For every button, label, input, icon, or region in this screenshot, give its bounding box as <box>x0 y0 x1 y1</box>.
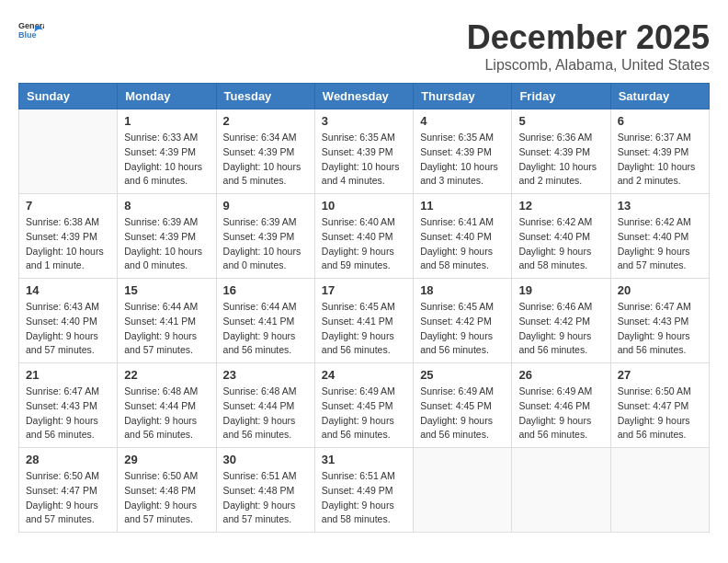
day-cell: 6Sunrise: 6:37 AMSunset: 4:39 PMDaylight… <box>610 109 709 194</box>
day-number: 15 <box>124 283 209 297</box>
day-cell: 3Sunrise: 6:35 AMSunset: 4:39 PMDaylight… <box>314 109 413 194</box>
day-info: Sunrise: 6:39 AMSunset: 4:39 PMDaylight:… <box>223 215 308 273</box>
day-cell: 31Sunrise: 6:51 AMSunset: 4:49 PMDayligh… <box>314 448 413 533</box>
day-info: Sunrise: 6:42 AMSunset: 4:40 PMDaylight:… <box>518 215 603 273</box>
weekday-header-friday: Friday <box>512 84 610 109</box>
day-cell <box>19 109 118 194</box>
day-cell: 19Sunrise: 6:46 AMSunset: 4:42 PMDayligh… <box>512 279 610 363</box>
day-cell: 12Sunrise: 6:42 AMSunset: 4:40 PMDayligh… <box>512 194 610 279</box>
day-number: 18 <box>420 283 505 297</box>
day-number: 3 <box>322 114 406 128</box>
day-info: Sunrise: 6:48 AMSunset: 4:44 PMDaylight:… <box>124 385 209 442</box>
day-info: Sunrise: 6:40 AMSunset: 4:40 PMDaylight:… <box>322 215 406 273</box>
day-info: Sunrise: 6:49 AMSunset: 4:45 PMDaylight:… <box>322 385 406 442</box>
day-number: 7 <box>26 199 110 213</box>
day-info: Sunrise: 6:47 AMSunset: 4:43 PMDaylight:… <box>618 300 702 358</box>
day-info: Sunrise: 6:41 AMSunset: 4:40 PMDaylight:… <box>420 215 505 273</box>
day-cell: 5Sunrise: 6:36 AMSunset: 4:39 PMDaylight… <box>512 109 610 194</box>
day-info: Sunrise: 6:44 AMSunset: 4:41 PMDaylight:… <box>223 300 308 358</box>
day-info: Sunrise: 6:44 AMSunset: 4:41 PMDaylight:… <box>124 300 209 358</box>
day-cell: 18Sunrise: 6:45 AMSunset: 4:42 PMDayligh… <box>414 279 512 363</box>
day-number: 14 <box>26 283 110 297</box>
day-cell: 25Sunrise: 6:49 AMSunset: 4:45 PMDayligh… <box>414 363 512 448</box>
weekday-header-saturday: Saturday <box>610 84 709 109</box>
day-cell <box>414 448 512 533</box>
day-info: Sunrise: 6:43 AMSunset: 4:40 PMDaylight:… <box>26 300 110 358</box>
day-info: Sunrise: 6:51 AMSunset: 4:48 PMDaylight:… <box>223 469 308 527</box>
calendar-table: SundayMondayTuesdayWednesdayThursdayFrid… <box>18 83 710 533</box>
day-info: Sunrise: 6:50 AMSunset: 4:48 PMDaylight:… <box>124 469 209 527</box>
day-cell: 1Sunrise: 6:33 AMSunset: 4:39 PMDaylight… <box>118 109 216 194</box>
week-row-4: 21Sunrise: 6:47 AMSunset: 4:43 PMDayligh… <box>19 363 710 448</box>
day-cell: 14Sunrise: 6:43 AMSunset: 4:40 PMDayligh… <box>19 279 118 363</box>
day-cell <box>610 448 709 533</box>
day-cell: 10Sunrise: 6:40 AMSunset: 4:40 PMDayligh… <box>314 194 413 279</box>
weekday-header-wednesday: Wednesday <box>314 84 413 109</box>
day-cell: 28Sunrise: 6:50 AMSunset: 4:47 PMDayligh… <box>19 448 118 533</box>
day-info: Sunrise: 6:45 AMSunset: 4:42 PMDaylight:… <box>420 300 505 358</box>
day-info: Sunrise: 6:39 AMSunset: 4:39 PMDaylight:… <box>124 215 209 273</box>
weekday-header-tuesday: Tuesday <box>216 84 314 109</box>
day-number: 28 <box>26 453 110 466</box>
day-number: 17 <box>322 283 406 297</box>
day-cell: 21Sunrise: 6:47 AMSunset: 4:43 PMDayligh… <box>19 363 118 448</box>
day-cell: 17Sunrise: 6:45 AMSunset: 4:41 PMDayligh… <box>314 279 413 363</box>
day-info: Sunrise: 6:42 AMSunset: 4:40 PMDaylight:… <box>618 215 702 273</box>
logo: General Blue <box>18 18 44 44</box>
day-info: Sunrise: 6:49 AMSunset: 4:46 PMDaylight:… <box>518 385 603 442</box>
day-cell: 20Sunrise: 6:47 AMSunset: 4:43 PMDayligh… <box>610 279 709 363</box>
day-number: 20 <box>618 283 702 297</box>
day-number: 29 <box>124 453 209 466</box>
day-cell: 16Sunrise: 6:44 AMSunset: 4:41 PMDayligh… <box>216 279 314 363</box>
day-cell: 27Sunrise: 6:50 AMSunset: 4:47 PMDayligh… <box>610 363 709 448</box>
week-row-1: 1Sunrise: 6:33 AMSunset: 4:39 PMDaylight… <box>19 109 710 194</box>
day-info: Sunrise: 6:51 AMSunset: 4:49 PMDaylight:… <box>322 469 406 527</box>
day-number: 26 <box>518 368 603 382</box>
day-info: Sunrise: 6:46 AMSunset: 4:42 PMDaylight:… <box>518 300 603 358</box>
day-cell: 22Sunrise: 6:48 AMSunset: 4:44 PMDayligh… <box>118 363 216 448</box>
title-area: December 2025 Lipscomb, Alabama, United … <box>467 18 710 74</box>
day-number: 1 <box>124 114 209 128</box>
day-number: 9 <box>223 199 308 213</box>
day-cell: 30Sunrise: 6:51 AMSunset: 4:48 PMDayligh… <box>216 448 314 533</box>
day-number: 10 <box>322 199 406 213</box>
day-number: 22 <box>124 368 209 382</box>
day-info: Sunrise: 6:36 AMSunset: 4:39 PMDaylight:… <box>518 131 603 189</box>
day-number: 31 <box>322 453 406 466</box>
logo-icon: General Blue <box>18 18 44 44</box>
day-info: Sunrise: 6:37 AMSunset: 4:39 PMDaylight:… <box>618 131 702 189</box>
day-info: Sunrise: 6:49 AMSunset: 4:45 PMDaylight:… <box>420 385 505 442</box>
month-title: December 2025 <box>467 18 710 57</box>
page-header: General Blue December 2025 Lipscomb, Ala… <box>18 18 710 74</box>
day-cell: 2Sunrise: 6:34 AMSunset: 4:39 PMDaylight… <box>216 109 314 194</box>
day-info: Sunrise: 6:35 AMSunset: 4:39 PMDaylight:… <box>420 131 505 189</box>
week-row-3: 14Sunrise: 6:43 AMSunset: 4:40 PMDayligh… <box>19 279 710 363</box>
day-info: Sunrise: 6:50 AMSunset: 4:47 PMDaylight:… <box>26 469 110 527</box>
day-cell: 24Sunrise: 6:49 AMSunset: 4:45 PMDayligh… <box>314 363 413 448</box>
day-number: 4 <box>420 114 505 128</box>
day-number: 21 <box>26 368 110 382</box>
week-row-2: 7Sunrise: 6:38 AMSunset: 4:39 PMDaylight… <box>19 194 710 279</box>
day-cell: 26Sunrise: 6:49 AMSunset: 4:46 PMDayligh… <box>512 363 610 448</box>
day-number: 2 <box>223 114 308 128</box>
day-cell: 23Sunrise: 6:48 AMSunset: 4:44 PMDayligh… <box>216 363 314 448</box>
day-cell: 29Sunrise: 6:50 AMSunset: 4:48 PMDayligh… <box>118 448 216 533</box>
day-cell: 13Sunrise: 6:42 AMSunset: 4:40 PMDayligh… <box>610 194 709 279</box>
week-row-5: 28Sunrise: 6:50 AMSunset: 4:47 PMDayligh… <box>19 448 710 533</box>
day-number: 12 <box>518 199 603 213</box>
day-info: Sunrise: 6:38 AMSunset: 4:39 PMDaylight:… <box>26 215 110 273</box>
day-cell: 8Sunrise: 6:39 AMSunset: 4:39 PMDaylight… <box>118 194 216 279</box>
weekday-header-thursday: Thursday <box>414 84 512 109</box>
day-number: 5 <box>518 114 603 128</box>
day-info: Sunrise: 6:47 AMSunset: 4:43 PMDaylight:… <box>26 385 110 442</box>
day-number: 16 <box>223 283 308 297</box>
day-number: 27 <box>618 368 702 382</box>
day-cell: 11Sunrise: 6:41 AMSunset: 4:40 PMDayligh… <box>414 194 512 279</box>
day-info: Sunrise: 6:45 AMSunset: 4:41 PMDaylight:… <box>322 300 406 358</box>
day-cell: 7Sunrise: 6:38 AMSunset: 4:39 PMDaylight… <box>19 194 118 279</box>
day-info: Sunrise: 6:35 AMSunset: 4:39 PMDaylight:… <box>322 131 406 189</box>
day-number: 25 <box>420 368 505 382</box>
day-info: Sunrise: 6:34 AMSunset: 4:39 PMDaylight:… <box>223 131 308 189</box>
svg-text:Blue: Blue <box>18 30 37 40</box>
day-number: 30 <box>223 453 308 466</box>
